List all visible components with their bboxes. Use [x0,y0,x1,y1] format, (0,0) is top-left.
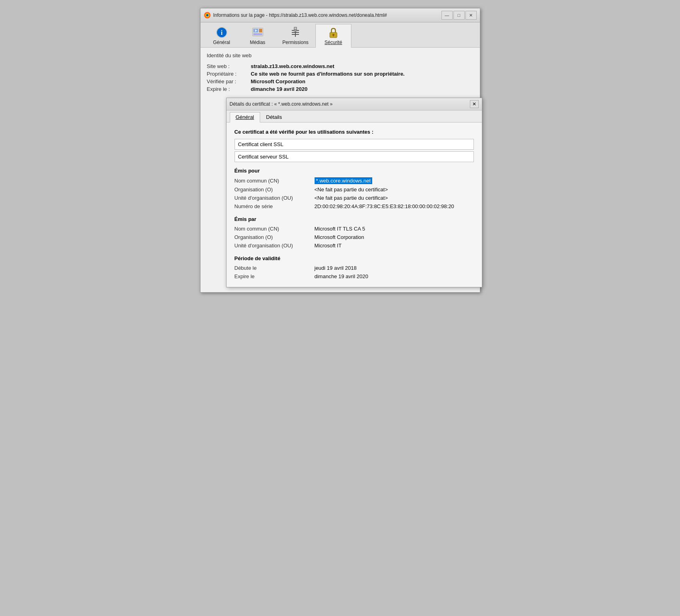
validite-debut-row: Débute le jeudi 19 avril 2018 [235,264,474,272]
cert-usage-ssl-server: Certificat serveur SSL [235,151,474,162]
value-verified: Microsoft Corporation [251,78,306,84]
emis-par-ou-row: Unité d'organisation (OU) Microsoft IT [235,241,474,250]
emis-pour-o-row: Organisation (O) <Ne fait pas partie du … [235,185,474,194]
maximize-button[interactable]: □ [453,11,465,20]
emis-par-cn-value: Microsoft IT TLS CA 5 [315,226,365,232]
cert-usage-ssl-client: Certificat client SSL [235,139,474,150]
emis-par-o-value: Microsoft Corporation [315,234,364,240]
svg-rect-17 [294,29,297,32]
tab-medias-label: Médias [250,40,265,45]
close-button[interactable]: ✕ [465,11,477,20]
minimize-button[interactable]: — [441,11,453,20]
info-row-website: Site web : stralab.z13.web.core.windows.… [207,62,473,70]
label-owner: Propriétaire : [207,71,251,77]
emis-par-cn-label: Nom commun (CN) [235,226,315,232]
info-row-verified: Vérifiée par : Microsoft Corporation [207,78,473,85]
cert-tabs: Général Détails [227,110,482,122]
emis-pour-serial-row: Numéro de série 2D:00:02:98:20:4A:8F:73:… [235,202,474,211]
svg-rect-20 [333,35,334,36]
emis-par-ou-value: Microsoft IT [315,243,342,249]
validite-expire-row: Expire le dimanche 19 avril 2020 [235,272,474,281]
main-content: Identité du site web Site web : stralab.… [201,48,480,292]
emis-pour-ou-value: <Ne fait pas partie du certificat> [315,195,388,201]
tab-permissions-label: Permissions [283,40,309,45]
value-website: stralab.z13.web.core.windows.net [251,63,335,69]
window-title: Informations sur la page - https://stral… [213,12,387,18]
validite-expire-value: dimanche 19 avril 2020 [315,273,368,279]
cert-verified-title: Ce certificat a été vérifié pour les uti… [235,129,474,135]
emis-par-o-label: Organisation (O) [235,234,315,240]
emis-pour-cn-row: Nom commun (CN) *.web.core.windows.net [235,176,474,185]
emis-pour-cn-value: *.web.core.windows.net [315,177,373,184]
certificate-dialog: Détails du certificat : « *.web.core.win… [226,98,482,287]
title-bar-buttons: — □ ✕ [441,11,477,20]
svg-text:i: i [221,29,223,36]
emis-pour-o-value: <Ne fait pas partie du certificat> [315,187,388,193]
identity-section-title: Identité du site web [207,52,473,58]
info-row-owner: Propriétaire : Ce site web ne fournit pa… [207,70,473,78]
emis-pour-serial-label: Numéro de série [235,203,315,209]
tab-general-label: Général [213,40,230,45]
emis-par-ou-label: Unité d'organisation (OU) [235,243,315,249]
cert-tab-general[interactable]: Général [230,112,260,122]
cert-dialog-title: Détails du certificat : « *.web.core.win… [230,101,333,107]
validite-debut-value: jeudi 19 avril 2018 [315,265,357,271]
label-expires: Expire le : [207,86,251,92]
svg-rect-10 [253,33,262,35]
tab-medias[interactable]: Médias [240,24,276,48]
label-website: Site web : [207,63,251,69]
validite-header: Période de validité [235,255,474,261]
permissions-icon [289,26,302,39]
info-icon: i [215,26,228,39]
title-bar-left: Informations sur la page - https://stral… [204,12,387,19]
emis-par-header: Émis par [235,216,474,222]
validite-debut-label: Débute le [235,265,315,271]
tab-general[interactable]: i Général [204,24,240,48]
emis-pour-serial-value: 2D:00:02:98:20:4A:8F:73:8C:E5:E3:82:18:0… [315,203,454,209]
lock-icon [327,26,340,39]
svg-point-3 [207,15,208,16]
media-icon [251,26,264,39]
title-bar: Informations sur la page - https://stral… [201,8,480,22]
info-row-expires: Expire le : dimanche 19 avril 2020 [207,85,473,93]
value-owner: Ce site web ne fournit pas d'information… [251,71,405,77]
tab-securite-label: Sécurité [325,40,342,45]
cert-close-button[interactable]: ✕ [470,100,479,108]
firefox-icon [204,12,211,19]
cert-tab-details[interactable]: Détails [260,112,288,122]
validite-expire-label: Expire le [235,273,315,279]
tabs-bar: i Général Médias [201,22,480,48]
emis-pour-ou-row: Unité d'organisation (OU) <Ne fait pas p… [235,194,474,202]
cert-tab-details-label: Détails [266,114,282,120]
emis-par-o-row: Organisation (O) Microsoft Corporation [235,233,474,241]
label-verified: Vérifiée par : [207,78,251,84]
emis-pour-header: Émis pour [235,168,474,174]
svg-rect-9 [259,29,262,32]
value-expires: dimanche 19 avril 2020 [251,86,308,92]
emis-par-cn-row: Nom commun (CN) Microsoft IT TLS CA 5 [235,225,474,233]
emis-pour-cn-label: Nom commun (CN) [235,178,315,184]
tab-securite[interactable]: Sécurité [315,24,351,48]
emis-pour-o-label: Organisation (O) [235,187,315,193]
emis-pour-ou-label: Unité d'organisation (OU) [235,195,315,201]
cert-dialog-titlebar: Détails du certificat : « *.web.core.win… [227,98,482,110]
cert-content: Ce certificat a été vérifié pour les uti… [227,122,482,287]
tab-permissions[interactable]: Permissions [276,24,315,48]
identity-table: Site web : stralab.z13.web.core.windows.… [207,62,473,93]
cert-tab-general-label: Général [236,114,254,120]
main-window: Informations sur la page - https://stral… [200,8,480,293]
